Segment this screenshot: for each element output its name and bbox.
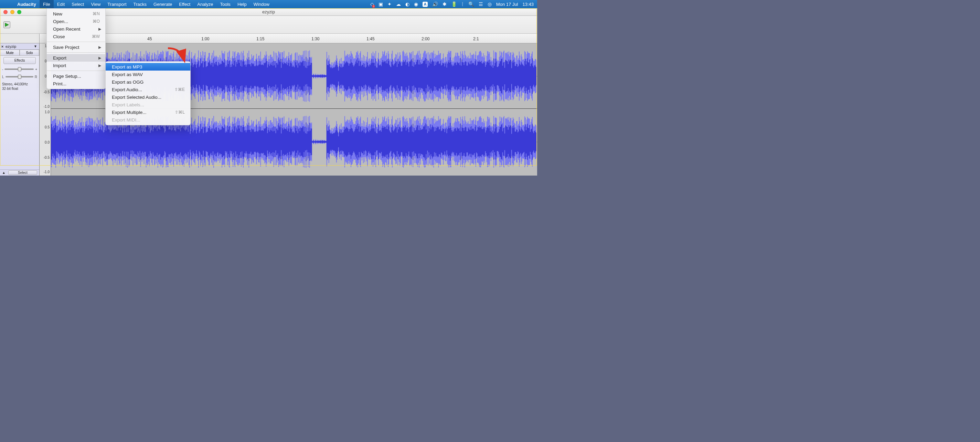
menubar-item-help[interactable]: Help xyxy=(234,0,250,8)
app-icon-a[interactable]: A xyxy=(423,2,428,7)
pan-left-label: L xyxy=(2,75,4,79)
amp-label: -0.5 xyxy=(44,156,49,160)
menubar-item-view[interactable]: View xyxy=(88,0,104,8)
menubar-item-edit[interactable]: Edit xyxy=(54,0,68,8)
track-collapse-button[interactable]: ▲ xyxy=(0,171,8,174)
ruler-mark: 1:00 xyxy=(201,37,209,41)
app-icon-3[interactable]: ◐ xyxy=(405,2,409,7)
file-menu-item-open-[interactable]: Open...⌘O xyxy=(47,18,105,25)
file-menu-item-open-recent[interactable]: Open Recent▶ xyxy=(47,25,105,33)
ruler-mark: 2:1 xyxy=(473,37,479,41)
pan-slider[interactable] xyxy=(5,76,33,77)
track-close-button[interactable]: × xyxy=(0,45,5,48)
export-submenu: Export as MP3Export as WAVExport as OGGE… xyxy=(105,61,191,125)
track-format-info: Stereo, 44100Hz 32-bit float xyxy=(0,81,39,92)
track-info-rate: Stereo, 44100Hz xyxy=(2,82,37,86)
app-icon-2[interactable]: ☁ xyxy=(396,2,401,7)
amp-label: -1.0 xyxy=(44,105,49,109)
ruler-mark: 1:45 xyxy=(366,37,374,41)
gain-minus-label: - xyxy=(2,67,3,71)
solo-button[interactable]: Solo xyxy=(20,49,39,56)
amp-label: 0.0 xyxy=(45,140,49,144)
gain-slider-row: - + xyxy=(0,65,39,73)
file-menu-item-page-setup-[interactable]: Page Setup... xyxy=(47,72,105,80)
export-menu-item-export-labels-: Export Labels... xyxy=(106,101,190,109)
menubar-item-file[interactable]: File xyxy=(40,0,54,8)
menubar-item-effect[interactable]: Effect xyxy=(175,0,194,8)
menubar-time[interactable]: 13:43 xyxy=(522,2,534,7)
export-menu-item-export-multiple-[interactable]: Export Multiple...⇧⌘L xyxy=(106,109,190,116)
menubar-item-select[interactable]: Select xyxy=(68,0,88,8)
dropbox-icon[interactable]: ◇3 xyxy=(370,2,374,7)
gain-slider[interactable] xyxy=(5,69,34,70)
file-menu-item-print-[interactable]: Print... xyxy=(47,80,105,88)
macos-menubar: Audacity File Edit Select View Transport… xyxy=(0,0,537,8)
amp-label: -0.5 xyxy=(44,90,49,94)
export-menu-item-export-as-mp-[interactable]: Export as MP3 xyxy=(106,63,190,70)
export-menu-item-export-selected-audio-[interactable]: Export Selected Audio... xyxy=(106,93,190,101)
track-name[interactable]: ezyzip xyxy=(5,45,34,48)
menubar-item-tools[interactable]: Tools xyxy=(217,0,234,8)
ruler-mark: 2:00 xyxy=(422,37,430,41)
amp-label: -1.0 xyxy=(44,170,49,174)
file-menu-item-import[interactable]: Import▶ xyxy=(47,62,105,69)
amp-label: 1.0 xyxy=(45,110,49,114)
menubar-status-area: ◇3 ▣ ✦ ☁ ◐ ◉ A 🔊 ✱ 🔋 ⧙ 🔍 ☰ ◎ Mon 17 Jul … xyxy=(370,2,537,7)
control-center-icon[interactable]: ☰ xyxy=(479,2,483,7)
menubar-app-name[interactable]: Audacity xyxy=(14,2,40,7)
track-menu-dropdown[interactable]: ▼ xyxy=(34,45,39,48)
bluetooth-icon[interactable]: ✱ xyxy=(442,2,447,7)
menubar-item-transport[interactable]: Transport xyxy=(104,0,130,8)
transport-play-button[interactable] xyxy=(3,21,10,28)
menubar-item-tracks[interactable]: Tracks xyxy=(130,0,150,8)
wifi-icon[interactable]: ⧙ xyxy=(461,2,464,7)
spotlight-icon[interactable]: 🔍 xyxy=(468,2,474,7)
menubar-item-generate[interactable]: Generate xyxy=(150,0,175,8)
file-menu-item-new[interactable]: New⌘N xyxy=(47,10,105,18)
volume-icon[interactable]: 🔊 xyxy=(432,2,438,7)
siri-icon[interactable]: ◎ xyxy=(488,2,492,7)
pan-right-label: R xyxy=(35,75,37,79)
file-menu-item-close[interactable]: Close⌘W xyxy=(47,33,105,40)
ruler-mark: 45 xyxy=(147,37,152,41)
battery-icon[interactable]: 🔋 xyxy=(451,2,457,7)
file-menu-item-export[interactable]: Export▶ xyxy=(47,54,105,62)
amp-label: 0.5 xyxy=(45,125,49,129)
ruler-mark: 1:15 xyxy=(256,37,264,41)
menubar-item-analyze[interactable]: Analyze xyxy=(194,0,216,8)
app-icon-1[interactable]: ▣ xyxy=(379,2,383,7)
file-menu-dropdown: New⌘NOpen...⌘OOpen Recent▶Close⌘WSave Pr… xyxy=(46,8,106,89)
ruler-mark: 1:30 xyxy=(312,37,319,41)
app-icon-4[interactable]: ◉ xyxy=(414,2,418,7)
export-menu-item-export-audio-[interactable]: Export Audio...⇧⌘E xyxy=(106,86,190,93)
export-menu-item-export-as-wav[interactable]: Export as WAV xyxy=(106,70,190,78)
timeline-ruler[interactable]: 30451:001:151:301:452:002:1 xyxy=(40,34,537,43)
dropbox-badge: 3 xyxy=(372,5,375,8)
svg-marker-0 xyxy=(5,23,9,27)
menubar-item-window[interactable]: Window xyxy=(250,0,273,8)
gain-plus-label: + xyxy=(35,67,37,71)
evernote-icon[interactable]: ✦ xyxy=(387,2,391,7)
effects-button[interactable]: Effects xyxy=(3,57,36,64)
track-info-depth: 32-bit float xyxy=(2,86,37,91)
menubar-date[interactable]: Mon 17 Jul xyxy=(496,2,518,7)
file-menu-item-save-project[interactable]: Save Project▶ xyxy=(47,43,105,51)
export-menu-item-export-midi-: Export MIDI... xyxy=(106,116,190,124)
pan-slider-row: L R xyxy=(0,73,39,81)
mute-button[interactable]: Mute xyxy=(0,49,20,56)
export-menu-item-export-as-ogg[interactable]: Export as OGG xyxy=(106,78,190,86)
track-control-panel: × ezyzip ▼ Mute Solo Effects - + L R Ste… xyxy=(0,43,40,176)
track-select-button[interactable]: Select xyxy=(8,171,37,175)
